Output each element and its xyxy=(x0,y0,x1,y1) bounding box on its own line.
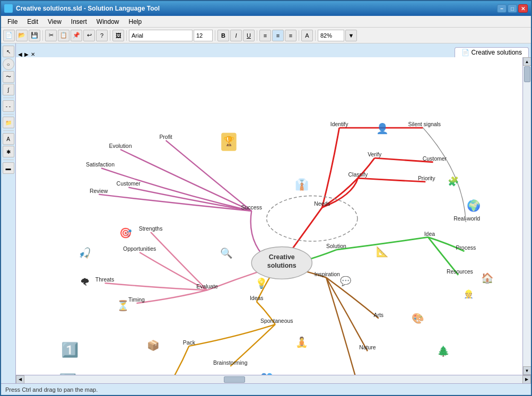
lt-arrow[interactable]: ↖ xyxy=(3,46,14,57)
label-nature: Nature xyxy=(359,345,376,350)
sep6 xyxy=(299,30,299,41)
font-size[interactable] xyxy=(194,30,213,41)
paste-button[interactable]: 📌 xyxy=(71,30,82,41)
label-threats: Threats xyxy=(95,277,114,283)
italic-button[interactable]: I xyxy=(230,30,242,41)
tab-creative-solutions[interactable]: 📄 Creative solutions xyxy=(455,47,529,57)
tab-label: Creative solutions xyxy=(472,49,522,56)
label-classify: Classify xyxy=(348,172,368,178)
label-silent-signals: Silent signals xyxy=(408,121,441,127)
new-button[interactable]: 📄 xyxy=(3,30,15,41)
toolbar: 📄 📂 💾 ✂ 📋 📌 ↩ ? 🖼 B I U ≡ ≡ ≡ A ▼ xyxy=(1,28,531,43)
label-arts: Arts xyxy=(374,312,384,318)
map-canvas[interactable]: Creative solutions Success Profit Evolut… xyxy=(16,57,522,375)
undo-button[interactable]: ↩ xyxy=(83,30,95,41)
label-satisfaction: Satisfaction xyxy=(86,162,115,168)
lt-wave[interactable]: 〜 xyxy=(3,71,14,83)
mindmap-svg: Creative solutions Success Profit Evolut… xyxy=(16,57,522,375)
title-bar: Creative solutions.sld - Solution Langua… xyxy=(1,1,531,16)
lt-bar[interactable]: ▬ xyxy=(3,162,14,174)
cut-button[interactable]: ✂ xyxy=(45,30,57,41)
status-bar: Press Ctrl and drag to pan the map. xyxy=(1,383,531,395)
close-button[interactable]: ✕ xyxy=(518,4,528,13)
status-text: Press Ctrl and drag to pan the map. xyxy=(5,386,98,393)
lt-sep2 xyxy=(3,114,14,115)
scroll-up-button[interactable]: ▲ xyxy=(523,57,531,66)
open-button[interactable]: 📂 xyxy=(16,30,28,41)
sep5 xyxy=(257,30,257,41)
center-node-text: Creative xyxy=(269,253,295,261)
menu-view[interactable]: View xyxy=(43,17,66,27)
svg-text:🌲: 🌲 xyxy=(437,345,450,357)
save-button[interactable]: 💾 xyxy=(29,30,40,41)
align-center[interactable]: ≡ xyxy=(272,30,284,41)
scroll-thumb[interactable] xyxy=(524,66,530,82)
label-spontaneous: Spontaneous xyxy=(260,318,293,324)
lt-sep1 xyxy=(3,98,14,98)
sep4 xyxy=(215,30,215,41)
sep2 xyxy=(110,30,110,41)
svg-text:💬: 💬 xyxy=(340,276,352,287)
align-right[interactable]: ≡ xyxy=(285,30,296,41)
svg-text:2️⃣: 2️⃣ xyxy=(59,373,77,375)
label-profit: Profit xyxy=(159,134,172,140)
font-color[interactable]: A xyxy=(301,30,313,41)
help-button[interactable]: ? xyxy=(96,30,108,41)
svg-text:🎯: 🎯 xyxy=(119,227,132,239)
main-area: ↖ ○ 〜 ∫ - - 📁 A ✱ ▬ ◀ ▶ ✕ xyxy=(1,43,531,383)
label-evolution: Evolution xyxy=(109,143,132,149)
close-tab-x[interactable]: ✕ xyxy=(31,51,35,57)
maximize-button[interactable]: □ xyxy=(508,4,517,13)
label-real-world: Real-world xyxy=(453,216,480,222)
scroll-left-button[interactable]: ◀ xyxy=(16,375,24,384)
menu-bar: File Edit View Insert Window Help xyxy=(1,16,531,28)
svg-text:👤: 👤 xyxy=(376,122,389,135)
lt-folder[interactable]: 📁 xyxy=(3,117,14,128)
zoom-down[interactable]: ▼ xyxy=(345,30,357,41)
svg-text:🎣: 🎣 xyxy=(79,247,91,259)
menu-file[interactable]: File xyxy=(3,17,22,27)
scroll-right-button[interactable]: ▶ xyxy=(522,375,531,384)
lt-sep3 xyxy=(3,130,14,131)
bold-button[interactable]: B xyxy=(217,30,229,41)
menu-window[interactable]: Window xyxy=(92,17,124,27)
hscrollbar: ◀ ▶ xyxy=(16,375,531,383)
lt-star[interactable]: ✱ xyxy=(3,146,14,157)
image-button[interactable]: 🖼 xyxy=(112,30,124,41)
tab-icon: 📄 xyxy=(461,49,469,56)
label-verify: Verify xyxy=(368,152,382,157)
menu-insert[interactable]: Insert xyxy=(67,17,91,27)
svg-text:🎨: 🎨 xyxy=(412,312,424,324)
lt-text[interactable]: A xyxy=(3,133,14,145)
next-tab[interactable]: ▶ xyxy=(24,51,29,57)
label-priority: Priority xyxy=(418,175,435,181)
app-window: Creative solutions.sld - Solution Langua… xyxy=(0,0,532,396)
scroll-down-button[interactable]: ▼ xyxy=(523,366,531,375)
svg-text:⏳: ⏳ xyxy=(117,300,129,312)
label-solution: Solution xyxy=(326,243,346,249)
lt-dash[interactable]: - - xyxy=(3,100,14,112)
label-strengths: Strengths xyxy=(139,226,163,232)
svg-text:🌍: 🌍 xyxy=(467,199,481,213)
svg-text:👔: 👔 xyxy=(295,178,309,191)
font-selector[interactable] xyxy=(129,30,193,41)
center-node-text2: solutions xyxy=(267,262,296,269)
hscroll-track[interactable] xyxy=(24,376,522,383)
lt-oval[interactable]: ○ xyxy=(3,58,14,70)
copy-button[interactable]: 📋 xyxy=(58,30,69,41)
align-left[interactable]: ≡ xyxy=(259,30,271,41)
minimize-button[interactable]: – xyxy=(497,4,507,13)
lt-curve[interactable]: ∫ xyxy=(3,84,14,95)
zoom-input[interactable] xyxy=(318,30,344,41)
prev-tab[interactable]: ◀ xyxy=(18,51,22,57)
hscroll-thumb[interactable] xyxy=(224,376,245,383)
label-idea: Idea xyxy=(424,231,435,237)
menu-edit[interactable]: Edit xyxy=(23,17,42,27)
underline-button[interactable]: U xyxy=(243,30,255,41)
title-bar-text: Creative solutions.sld - Solution Langua… xyxy=(16,5,160,12)
scroll-track[interactable] xyxy=(524,66,531,366)
sep1 xyxy=(42,30,43,41)
menu-help[interactable]: Help xyxy=(125,17,146,27)
label-inspiration: Inspiration xyxy=(315,271,340,277)
label-customer-right: Customer xyxy=(423,156,447,162)
